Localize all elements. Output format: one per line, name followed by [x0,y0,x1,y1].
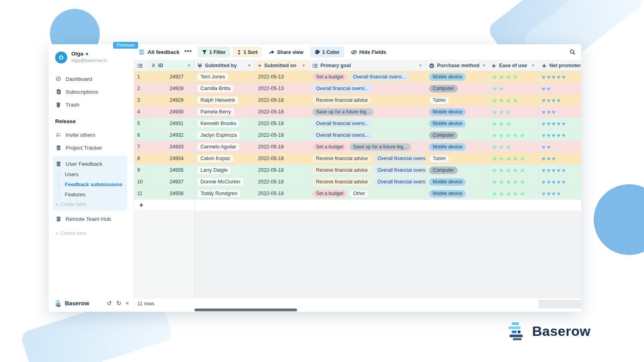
submitted-by-cell[interactable]: Terri Jones [194,71,255,83]
submitted-on-cell[interactable]: 2022-05-18 [255,141,309,153]
horizontal-scrollbar[interactable] [134,309,581,311]
filter-button[interactable]: 1 Filter [198,47,230,58]
id-cell[interactable]: 24933 [149,141,194,153]
net-promoter-score-cell[interactable]: ♥♥♥♥♥ [539,118,581,130]
star-rating[interactable]: ★★★ [491,120,512,128]
purchase-method-cell[interactable]: Computer [426,83,488,95]
id-cell[interactable]: 24938 [149,188,194,200]
row-number-cell[interactable]: 10 [134,176,149,188]
purchase-method-cell[interactable]: Computer [426,165,488,176]
net-promoter-score-cell[interactable]: ♥♥♥ [539,106,581,118]
primary-goal-cell[interactable]: Receive financial adviceOverall financia… [309,165,426,176]
ease-of-use-cell[interactable]: ★★★★★ [488,188,539,200]
star-rating[interactable]: ★★★★★ [491,155,526,162]
chevron-down-icon[interactable]: ▼ [482,64,486,68]
id-cell[interactable]: 24931 [149,118,194,130]
submitted-on-cell[interactable]: 2022-05-18 [255,165,309,176]
submitted-by-cell[interactable]: Camilla Britta [194,83,255,95]
star-rating[interactable]: ★★★★★ [491,167,526,174]
submitted-on-cell[interactable]: 2022-05-18 [255,130,309,141]
submitted-by-cell[interactable]: Ralph Helswink [194,95,255,106]
ease-of-use-cell[interactable]: ★★★★★ [488,130,539,141]
column-header-id[interactable]: A ID ▼ [149,60,194,71]
row-number-cell[interactable]: 4 [134,106,149,118]
id-cell[interactable]: 24935 [149,165,194,176]
heart-rating[interactable]: ♥♥ [542,85,552,92]
column-header-purchase-method[interactable]: Purchase method ▼ [426,60,488,71]
row-number-cell[interactable]: 6 [134,130,149,141]
heart-rating[interactable]: ♥♥♥♥♥ [542,120,567,127]
column-header-submitted-by[interactable]: Submitted by ▼ [194,60,255,71]
chevron-down-icon[interactable]: ▼ [187,64,191,68]
submitted-by-cell[interactable]: Pamela Berry [194,106,255,118]
heart-rating[interactable]: ♥♥♥♥♥ [542,179,567,185]
row-number-cell[interactable]: 11 [134,188,149,200]
id-cell[interactable]: 24927 [149,71,194,83]
aggregation-cell[interactable] [539,300,581,309]
heart-rating[interactable]: ♥♥♥♥ [542,190,562,197]
ease-of-use-cell[interactable]: ★★★★★ [488,153,539,165]
purchase-method-cell[interactable]: Tablet [426,153,488,165]
id-cell[interactable]: 24929 [149,95,194,106]
heart-rating[interactable]: ♥♥♥♥ [542,97,562,104]
primary-goal-cell[interactable]: Receive financial adviceOverall financia… [309,176,426,188]
id-cell[interactable]: 24930 [149,106,194,118]
ease-of-use-cell[interactable]: ★★★★★ [488,165,539,176]
row-number-cell[interactable]: 3 [134,95,149,106]
heart-rating[interactable]: ♥♥♥♥♥ [542,74,567,80]
submitted-by-cell[interactable]: Jaclyn Espinoza [194,130,255,141]
primary-goal-cell[interactable]: Set a budgetOverall financial oversi... [309,71,426,83]
sidebar-item-remote-team-hub[interactable]: Remote Team Hub [55,212,134,225]
net-promoter-score-cell[interactable]: ♥♥♥♥♥ [539,176,581,188]
ease-of-use-cell[interactable]: ★★★ [488,106,539,118]
submitted-on-cell[interactable]: 2022-05-18 [255,106,309,118]
star-rating[interactable]: ★★★★ [491,73,519,81]
create-table-button[interactable]: + Create table [55,200,127,209]
heart-rating[interactable]: ♥♥♥ [542,109,557,115]
ease-of-use-cell[interactable]: ★★★★ [488,95,539,106]
collapse-sidebar-button[interactable]: « [126,300,129,307]
submitted-on-cell[interactable]: 2022-05-18 [255,118,309,130]
net-promoter-score-cell[interactable]: ♥♥ [539,83,581,95]
chevron-down-icon[interactable]: ▼ [248,64,251,68]
chevron-down-icon[interactable]: ▼ [419,64,422,68]
purchase-method-cell[interactable]: Mobile device [426,141,488,153]
sidebar-item-subscriptions[interactable]: Subscriptions [55,85,134,98]
star-rating[interactable]: ★★★★★ [491,178,526,186]
user-menu[interactable]: O Olga▼ olga@baserow.io [55,51,134,64]
row-number-cell[interactable]: 9 [134,165,149,176]
net-promoter-score-cell[interactable]: ♥♥♥♥ [539,95,581,106]
net-promoter-score-cell[interactable]: ♥♥♥♥♥ [539,71,581,83]
sort-button[interactable]: 1 Sort [233,47,262,58]
chevron-down-icon[interactable]: ▼ [302,64,305,68]
submitted-by-cell[interactable]: Kenneth Brooks [194,118,255,130]
add-row-button[interactable]: + [134,202,149,209]
ease-of-use-cell[interactable]: ★★ [488,83,539,95]
purchase-method-cell[interactable]: Mobile device [426,118,488,130]
submitted-on-cell[interactable]: 2022-05-13 [255,83,309,95]
submitted-by-cell[interactable]: Donnie McClurkin [194,176,255,188]
sidebar-item-invite-others[interactable]: Invite others [55,128,134,141]
sidebar-item-project-tracker[interactable]: Project Tracker [55,141,134,154]
submitted-by-cell[interactable]: Larry Daigle [194,165,255,176]
purchase-method-cell[interactable]: Computer [426,130,488,141]
sidebar-table-feedback-submissions[interactable]: Feedback submissions [58,179,127,189]
star-rating[interactable]: ★★★★★ [491,132,526,139]
ease-of-use-cell[interactable]: ★★★★ [488,71,539,83]
purchase-method-cell[interactable]: Mobile device [426,176,488,188]
primary-goal-cell[interactable]: Set a budgetOther [309,188,426,200]
star-rating[interactable]: ★★★ [491,143,512,151]
primary-goal-cell[interactable]: Save up for a future big... [309,106,426,118]
sidebar-table-features[interactable]: Features [58,189,127,200]
create-new-button[interactable]: + Create new [55,228,134,238]
submitted-on-cell[interactable]: 2022-05-18 [255,95,309,106]
row-number-cell[interactable]: 7 [134,141,149,153]
star-rating[interactable]: ★★★ [491,108,512,116]
purchase-method-cell[interactable]: Mobile device [426,188,488,200]
submitted-on-cell[interactable]: 2022-05-18 [255,153,309,165]
submitted-on-cell[interactable]: 2022-05-18 [255,188,309,200]
id-cell[interactable]: 24932 [149,130,194,141]
sidebar-item-trash[interactable]: Trash [55,98,134,111]
net-promoter-score-cell[interactable]: ♥♥♥♥♥ [539,165,581,176]
submitted-on-cell[interactable]: 2022-05-18 [255,176,309,188]
